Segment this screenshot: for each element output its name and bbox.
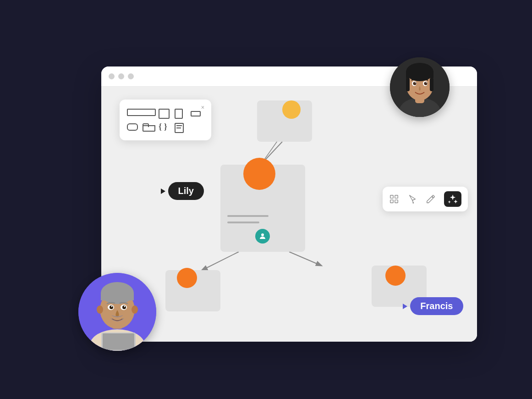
cursor-label-francis: Francis <box>403 297 463 315</box>
avatar-man <box>78 273 156 351</box>
svg-point-4 <box>261 233 264 236</box>
svg-point-23 <box>426 83 427 83</box>
svg-point-39 <box>124 306 125 307</box>
grid-select-icon[interactable] <box>389 194 399 204</box>
magic-icon[interactable] <box>444 191 461 207</box>
svg-point-33 <box>132 305 138 314</box>
shape-rounded[interactable] <box>127 123 138 131</box>
lily-name-pill: Lily <box>168 182 204 200</box>
pencil-icon <box>426 194 436 204</box>
card-line-1 <box>227 215 269 217</box>
svg-point-9 <box>412 202 414 204</box>
scene: × { } <box>60 39 472 360</box>
orange-circle-center <box>243 158 275 190</box>
sparkles-icon <box>448 194 458 204</box>
cursor-arrow-lily <box>161 188 165 194</box>
traffic-lights <box>109 73 134 79</box>
toolbar <box>383 187 468 211</box>
traffic-light-minimize[interactable] <box>118 73 124 79</box>
svg-point-20 <box>413 82 416 85</box>
svg-line-1 <box>202 252 239 270</box>
shape-wide-rect[interactable] <box>127 109 156 116</box>
svg-rect-8 <box>395 200 397 203</box>
paint-fill-icon <box>407 194 417 204</box>
shape-picker-close[interactable]: × <box>201 104 205 111</box>
canvas-area[interactable]: × { } <box>101 87 477 342</box>
cursor-label-lily: Lily <box>161 182 204 200</box>
fill-icon[interactable] <box>407 194 417 204</box>
shape-curly[interactable]: { } <box>159 122 172 133</box>
avatar-woman <box>390 57 450 117</box>
shape-grid: { } <box>127 109 204 133</box>
svg-rect-6 <box>395 195 397 198</box>
orange-circle-top <box>282 100 301 119</box>
orange-circle-bottom-right <box>385 266 406 286</box>
person-icon <box>258 232 267 240</box>
shape-tall-rect[interactable] <box>175 109 183 119</box>
svg-line-2 <box>289 252 321 266</box>
traffic-light-close[interactable] <box>109 73 115 79</box>
avatar-badge <box>255 229 270 244</box>
svg-rect-16 <box>406 78 410 91</box>
shape-doc[interactable] <box>175 123 184 133</box>
grid-icon <box>389 194 399 204</box>
svg-point-22 <box>415 83 416 83</box>
shape-flat-rect[interactable] <box>191 111 201 116</box>
shape-picker-panel: × { } <box>120 100 211 140</box>
card-line-2 <box>227 222 259 223</box>
cursor-arrow-francis <box>403 304 407 309</box>
woman-face-svg <box>390 57 450 117</box>
svg-rect-17 <box>430 78 433 91</box>
browser-content: × { } <box>101 87 477 342</box>
svg-point-38 <box>111 306 112 307</box>
svg-rect-5 <box>390 195 393 198</box>
shape-folder[interactable] <box>143 123 155 132</box>
svg-rect-27 <box>103 333 134 350</box>
svg-point-32 <box>97 305 103 314</box>
man-face-svg <box>78 273 156 351</box>
orange-circle-bottom-left <box>177 268 197 288</box>
svg-rect-7 <box>390 200 393 203</box>
svg-point-21 <box>424 82 427 85</box>
francis-name-pill: Francis <box>410 297 463 315</box>
traffic-light-maximize[interactable] <box>128 73 134 79</box>
pen-icon[interactable] <box>426 194 436 204</box>
shape-square[interactable] <box>159 109 170 119</box>
svg-rect-15 <box>406 71 433 78</box>
